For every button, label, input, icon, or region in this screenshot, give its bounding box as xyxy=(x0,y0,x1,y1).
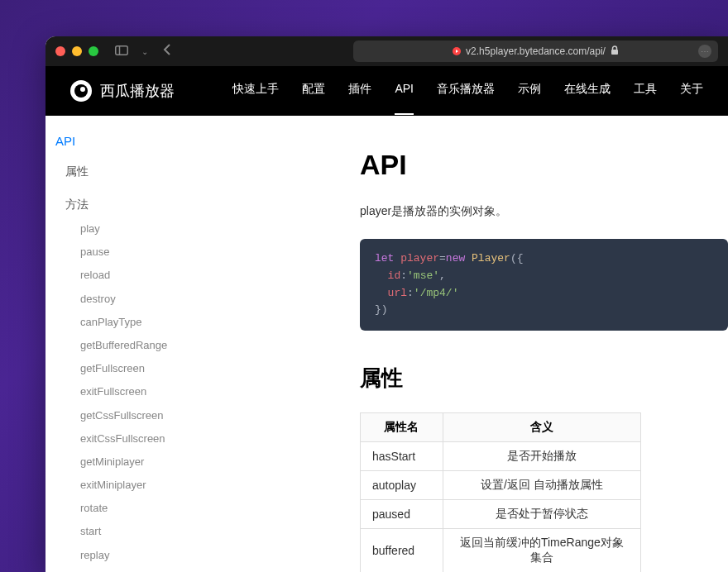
sidebar-item-getminiplayer[interactable]: getMiniplayer xyxy=(55,450,209,474)
main-content: API player是播放器的实例对象。 let player=new Play… xyxy=(219,116,728,572)
page-title: API xyxy=(360,149,728,181)
top-navigation: 西瓜播放器 快速上手 配置 插件 API 音乐播放器 示例 在线生成 工具 关于 xyxy=(46,66,728,116)
table-header-name: 属性名 xyxy=(361,413,443,442)
svg-point-5 xyxy=(80,87,85,92)
nav-about[interactable]: 关于 xyxy=(680,82,703,100)
sidebar-item-play[interactable]: play xyxy=(55,217,209,241)
nav-online[interactable]: 在线生成 xyxy=(564,82,611,100)
svg-rect-2 xyxy=(611,50,618,55)
table-cell: buffered xyxy=(361,529,443,572)
code-let: let xyxy=(375,252,394,265)
maximize-button[interactable] xyxy=(89,46,98,56)
sidebar-item-getfullscreen[interactable]: getFullscreen xyxy=(55,357,209,380)
nav-music[interactable]: 音乐播放器 xyxy=(437,82,495,100)
table-header-row: 属性名 含义 xyxy=(361,413,641,442)
url-value: v2.h5player.bytedance.com/api/ xyxy=(466,45,606,57)
nav-items: 快速上手 配置 插件 API 音乐播放器 示例 在线生成 工具 关于 xyxy=(232,82,703,100)
sidebar-item-getbufferedrange[interactable]: getBufferedRange xyxy=(55,334,209,357)
sidebar-item-canplaytype[interactable]: canPlayType xyxy=(55,311,209,334)
table-cell: autoplay xyxy=(361,471,443,500)
sidebar-item-exitcssfullscreen[interactable]: exitCssFullscreen xyxy=(55,427,209,450)
lock-icon xyxy=(611,45,619,57)
sidebar-section-methods[interactable]: 方法 xyxy=(55,193,209,217)
code-id: id xyxy=(388,269,401,282)
sidebar-title[interactable]: API xyxy=(55,131,209,151)
svg-rect-0 xyxy=(116,46,128,55)
table-row: hasStart 是否开始播放 xyxy=(361,442,641,471)
code-val2: '/mp4/' xyxy=(414,287,459,299)
sidebar-item-replay[interactable]: replay xyxy=(55,544,209,567)
close-button[interactable] xyxy=(55,46,65,56)
sidebar-item-exitminiplayer[interactable]: exitMiniplayer xyxy=(55,474,209,497)
sidebar-section-attributes[interactable]: 属性 xyxy=(55,160,209,184)
sidebar-item-install[interactable]: install 【静态方法】 xyxy=(55,567,209,572)
nav-quickstart[interactable]: 快速上手 xyxy=(232,82,279,100)
page-menu-icon[interactable]: ⋯ xyxy=(698,45,711,58)
table-cell: paused xyxy=(361,500,443,529)
table-row: buffered 返回当前缓冲的TimeRange对象集合 xyxy=(361,529,641,572)
sidebar-toggle-icon[interactable] xyxy=(115,45,128,58)
site-icon xyxy=(453,47,461,55)
nav-config[interactable]: 配置 xyxy=(302,82,325,100)
logo[interactable]: 西瓜播放器 xyxy=(70,80,175,102)
table-cell: 设置/返回 自动播放属性 xyxy=(443,471,640,500)
table-cell: 是否开始播放 xyxy=(443,442,640,471)
code-url: url xyxy=(388,287,407,299)
table-cell: 是否处于暂停状态 xyxy=(443,500,640,529)
table-row: paused 是否处于暂停状态 xyxy=(361,500,641,529)
sidebar-item-destroy[interactable]: destroy xyxy=(55,288,209,311)
table-cell: hasStart xyxy=(361,442,443,471)
url-text: v2.h5player.bytedance.com/api/ xyxy=(453,45,619,57)
titlebar: ⌄ v2.h5player.bytedance.com/api/ ⋯ xyxy=(46,36,728,66)
minimize-button[interactable] xyxy=(72,46,82,56)
logo-text: 西瓜播放器 xyxy=(100,81,175,101)
sidebar-item-pause[interactable]: pause xyxy=(55,241,209,264)
code-val1: 'mse' xyxy=(407,269,439,282)
url-bar[interactable]: v2.h5player.bytedance.com/api/ ⋯ xyxy=(353,41,718,62)
code-player: player xyxy=(400,252,439,265)
sidebar-item-reload[interactable]: reload xyxy=(55,264,209,287)
sidebar-item-exitfullscreen[interactable]: exitFullscreen xyxy=(55,380,209,403)
sidebar-item-getcssfullscreen[interactable]: getCssFullscreen xyxy=(55,404,209,427)
table-row: autoplay 设置/返回 自动播放属性 xyxy=(361,471,641,500)
content-area: API 属性 方法 play pause reload destroy canP… xyxy=(46,116,728,572)
table-cell: 返回当前缓冲的TimeRange对象集合 xyxy=(443,529,640,572)
back-button[interactable] xyxy=(163,43,171,60)
properties-table: 属性名 含义 hasStart 是否开始播放 autoplay 设置/返回 自动… xyxy=(360,412,641,572)
page-description: player是播放器的实例对象。 xyxy=(360,204,728,219)
sidebar-item-start[interactable]: start xyxy=(55,520,209,543)
traffic-lights xyxy=(55,46,98,56)
sidebar: API 属性 方法 play pause reload destroy canP… xyxy=(46,116,219,572)
table-header-meaning: 含义 xyxy=(443,413,640,442)
browser-window: ⌄ v2.h5player.bytedance.com/api/ ⋯ xyxy=(46,36,728,572)
nav-example[interactable]: 示例 xyxy=(518,82,541,100)
chevron-down-icon[interactable]: ⌄ xyxy=(141,47,148,56)
nav-tools[interactable]: 工具 xyxy=(634,82,657,100)
section-title-attributes: 属性 xyxy=(360,364,728,393)
nav-plugin[interactable]: 插件 xyxy=(348,82,371,100)
logo-icon xyxy=(70,80,92,102)
nav-api[interactable]: API xyxy=(395,82,414,100)
sidebar-item-rotate[interactable]: rotate xyxy=(55,497,209,520)
code-class: Player xyxy=(472,252,510,265)
code-block: let player=new Player({ id:'mse', url:'/… xyxy=(360,239,728,331)
code-new: new xyxy=(446,252,465,265)
